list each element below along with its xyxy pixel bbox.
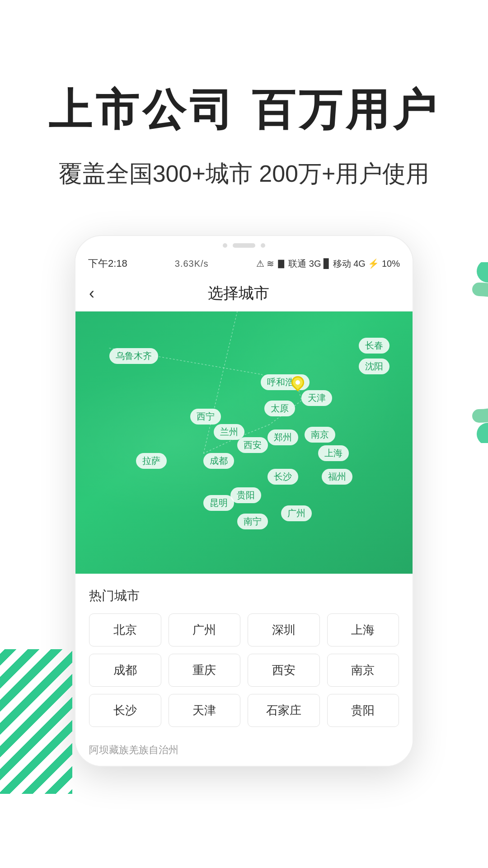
map-city-label[interactable]: 郑州 <box>267 429 298 445</box>
phone-notch <box>75 236 413 251</box>
city-button[interactable]: 重庆 <box>169 654 241 687</box>
city-button[interactable]: 石家庄 <box>248 694 320 727</box>
map-city-label[interactable]: 拉萨 <box>136 453 167 469</box>
map-city-label[interactable]: 天津 <box>301 390 332 406</box>
app-header: ‹ 选择城市 <box>75 276 413 311</box>
stripes-decoration <box>0 649 72 794</box>
map-city-label[interactable]: 广州 <box>281 505 312 521</box>
map-city-label[interactable]: 成都 <box>203 453 234 469</box>
map-city-label[interactable]: 兰州 <box>214 424 244 440</box>
map-city-label[interactable]: 乌鲁木齐 <box>109 348 158 364</box>
page-title: 选择城市 <box>103 283 374 304</box>
city-button[interactable]: 贵阳 <box>327 694 399 727</box>
city-button[interactable]: 西安 <box>248 654 320 687</box>
carrier-info: ⚠ ≋ ▊ 联通 3G ▊ 移动 4G ⚡ 10% <box>256 259 400 269</box>
map-city-label[interactable]: 太原 <box>264 401 295 416</box>
map-city-label[interactable]: 南宁 <box>237 514 268 529</box>
map-city-label[interactable]: 福州 <box>322 469 352 485</box>
map-city-label[interactable]: 西宁 <box>190 409 221 425</box>
city-button[interactable]: 广州 <box>169 613 241 646</box>
arc-decoration <box>407 262 488 443</box>
city-button[interactable]: 天津 <box>169 694 241 727</box>
status-bar: 下午2:18 3.63K/s ⚠ ≋ ▊ 联通 3G ▊ 移动 4G ⚡ 10% <box>75 251 413 276</box>
dot-2 <box>261 243 265 248</box>
map-city-label[interactable]: 上海 <box>318 445 349 461</box>
map-city-label[interactable]: 南京 <box>305 427 335 443</box>
hot-cities-section: 热门城市 北京广州深圳上海成都重庆西安南京长沙天津石家庄贵阳 <box>75 574 413 736</box>
main-title: 上市公司 百万用户 <box>36 81 452 140</box>
status-time: 下午2:18 <box>88 257 127 270</box>
city-map[interactable]: 乌鲁木齐长春沈阳呼和浩特天津太原西宁兰州西安郑州南京上海拉萨成都长沙福州贵阳昆明… <box>75 311 413 574</box>
city-note: 阿坝藏族羌族自治州 <box>75 736 413 766</box>
map-city-label[interactable]: 西安 <box>237 437 268 453</box>
city-button[interactable]: 长沙 <box>89 694 161 727</box>
hot-cities-title: 热门城市 <box>89 587 399 604</box>
city-button[interactable]: 深圳 <box>248 613 320 646</box>
city-button[interactable]: 北京 <box>89 613 161 646</box>
sub-title: 覆盖全国300+城市 200万+用户使用 <box>36 158 452 190</box>
map-city-label[interactable]: 昆明 <box>203 495 234 511</box>
dot-1 <box>223 243 227 248</box>
map-city-label[interactable]: 长沙 <box>267 469 298 485</box>
back-button[interactable]: ‹ <box>89 284 94 303</box>
dot-mic <box>233 243 255 248</box>
svg-line-5 <box>203 438 237 453</box>
hero-section: 上市公司 百万用户 覆盖全国300+城市 200万+用户使用 <box>0 0 488 217</box>
phone-frame: 下午2:18 3.63K/s ⚠ ≋ ▊ 联通 3G ▊ 移动 4G ⚡ 10%… <box>75 235 413 767</box>
city-button[interactable]: 上海 <box>327 613 399 646</box>
map-city-label[interactable]: 贵阳 <box>230 487 261 503</box>
phone-mockup-section: 下午2:18 3.63K/s ⚠ ≋ ▊ 联通 3G ▊ 移动 4G ⚡ 10%… <box>0 235 488 767</box>
city-grid: 北京广州深圳上海成都重庆西安南京长沙天津石家庄贵阳 <box>89 613 399 727</box>
map-city-label[interactable]: 沈阳 <box>359 359 389 374</box>
status-carrier: ⚠ ≋ ▊ 联通 3G ▊ 移动 4G ⚡ 10% <box>256 258 400 270</box>
city-button[interactable]: 成都 <box>89 654 161 687</box>
map-city-label[interactable]: 长春 <box>359 338 389 354</box>
city-button[interactable]: 南京 <box>327 654 399 687</box>
status-speed: 3.63K/s <box>175 259 209 269</box>
